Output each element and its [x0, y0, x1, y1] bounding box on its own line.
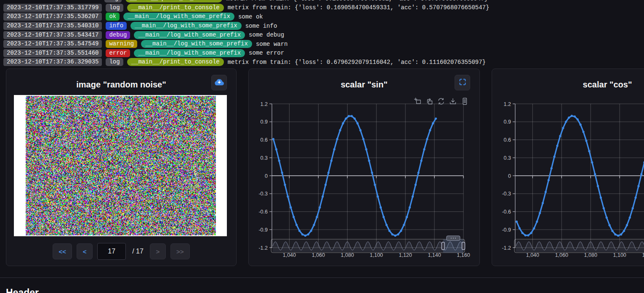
data-view-icon[interactable] — [461, 98, 468, 105]
log-level-badge: log — [106, 4, 123, 12]
datazoom-window[interactable] — [443, 239, 463, 253]
x-axis-label: 1,100 — [613, 252, 626, 258]
series-point — [600, 197, 602, 199]
series-point — [542, 202, 544, 204]
x-axis-label: 1,160 — [457, 252, 470, 258]
series-point — [423, 148, 425, 150]
series-point — [310, 230, 312, 232]
y-axis-label: 0.3 — [504, 155, 511, 161]
x-axis-label: 1,140 — [428, 252, 441, 258]
save-image-icon[interactable] — [449, 98, 457, 105]
log-row: 2023-12-10T17:37:35.536207ok__main__/log… — [0, 12, 644, 21]
series-point — [426, 138, 428, 140]
y-axis-label: -0.6 — [258, 209, 268, 215]
datazoom-handle[interactable] — [442, 242, 444, 250]
y-axis-label: 0.6 — [261, 137, 268, 143]
zoom-select-icon[interactable] — [414, 98, 421, 105]
sin-chart-toolbox — [414, 98, 468, 105]
series-point — [359, 129, 362, 131]
log-timestamp-badge: 2023-12-10T17:37:35.551460 — [3, 49, 102, 57]
series-point — [548, 179, 550, 181]
page-number-input[interactable] — [97, 243, 126, 260]
log-message: metrix from train: {'loss': 0.1690584700… — [228, 4, 490, 11]
series-point — [539, 212, 541, 214]
log-row: 2023-12-10T17:37:35.317799log__main__/pr… — [0, 3, 644, 13]
image-download-button[interactable] — [211, 75, 227, 90]
y-axis-label: 1.2 — [504, 101, 511, 107]
series-point — [293, 216, 295, 218]
series-point — [336, 138, 338, 140]
series-point — [527, 234, 529, 236]
datazoom-handle[interactable] — [462, 242, 465, 250]
prev-page-button[interactable]: < — [77, 243, 93, 259]
y-axis-label: 0.9 — [261, 119, 268, 125]
series-point — [333, 148, 335, 150]
first-page-button[interactable]: << — [53, 243, 72, 259]
series-point — [415, 184, 417, 186]
y-axis-label: -1.2 — [258, 245, 268, 251]
series-point — [623, 230, 625, 232]
log-prefix-pill: __main__/log_with_some_prefix — [130, 22, 242, 30]
y-axis-label: -0.9 — [258, 227, 268, 233]
series-point — [577, 119, 579, 121]
series-point — [374, 184, 376, 186]
series-point — [571, 115, 573, 117]
log-row: 2023-12-10T17:37:35.551460error__main__/… — [0, 49, 644, 58]
series-point — [640, 173, 642, 175]
last-page-button[interactable]: >> — [170, 243, 190, 259]
log-message: some info — [245, 23, 277, 29]
series-point — [357, 122, 359, 124]
series-point — [582, 131, 584, 133]
cos-chart-canvas[interactable]: 1.20.90.60.30-0.3-0.6-0.9-1.21,0401,0601… — [492, 69, 644, 267]
log-row: 2023-12-10T17:37:35.543417debug__main__/… — [0, 30, 644, 40]
series-point — [403, 224, 405, 226]
zoom-reset-icon[interactable] — [426, 98, 433, 105]
log-row: 2023-12-10T17:37:35.540310info__main__/l… — [0, 21, 644, 31]
y-axis-label: 0.6 — [504, 137, 511, 143]
x-axis-label: 1,120 — [642, 252, 644, 258]
log-row: 2023-12-10T17:37:36.329035log__main__/pr… — [0, 58, 644, 67]
series-point — [319, 206, 321, 209]
log-row: 2023-12-10T17:37:35.547549warning__main_… — [0, 40, 644, 49]
log-prefix-pill: __main__/print_to_console — [125, 0, 222, 3]
log-prefix-pill: __main__/log_with_some_prefix — [123, 13, 234, 21]
series-point — [556, 145, 558, 147]
log-prefix-pill: __main__/print_to_console — [127, 4, 224, 12]
log-timestamp-badge: 2023-12-10T17:37:36.329035 — [3, 58, 102, 66]
series-point — [351, 115, 353, 117]
log-level-badge: error — [106, 49, 130, 57]
log-level-badge: info — [106, 22, 127, 30]
y-axis-label: -0.3 — [258, 191, 268, 197]
log-timestamp-badge: 2023-12-10T17:37:35.547549 — [3, 40, 102, 48]
series-point — [420, 160, 422, 162]
series-point — [585, 140, 587, 142]
series-point — [368, 160, 370, 162]
log-row-partial: log__main__/print_to_consolemetrix from … — [0, 0, 644, 3]
log-level-badge: ok — [106, 13, 120, 21]
y-axis-label: 0 — [265, 173, 268, 179]
log-prefix-pill: __main__/print_to_console — [127, 58, 224, 66]
log-level-badge: warning — [106, 40, 137, 48]
series-point — [391, 233, 394, 235]
series-point — [389, 230, 391, 232]
series-point — [524, 234, 527, 236]
sin-chart-card: scalar "sin" 1.20.90.60.30-0.3-0.6-0.9-1… — [248, 69, 480, 266]
series-point — [325, 184, 327, 186]
series-point — [380, 206, 382, 209]
next-page-button[interactable]: > — [150, 243, 166, 259]
series-point — [365, 148, 367, 150]
x-axis-label: 1,040 — [283, 252, 296, 258]
series-point — [348, 115, 350, 117]
series-point — [275, 148, 277, 150]
series-point — [629, 216, 631, 219]
series-point — [295, 224, 298, 226]
series-point — [519, 227, 521, 230]
x-axis-label: 1,060 — [312, 252, 325, 258]
series-point — [345, 117, 347, 119]
log-timestamp-badge: 2023-12-10T17:37:35.543417 — [3, 31, 102, 39]
log-timestamp-badge: 2023-12-10T17:37:35.317799 — [3, 4, 102, 12]
series-point — [298, 230, 301, 232]
image-card: image "random noise" << < / 17 > >> — [6, 69, 237, 266]
restore-icon[interactable] — [437, 98, 445, 105]
x-axis-label: 1,080 — [584, 252, 597, 258]
